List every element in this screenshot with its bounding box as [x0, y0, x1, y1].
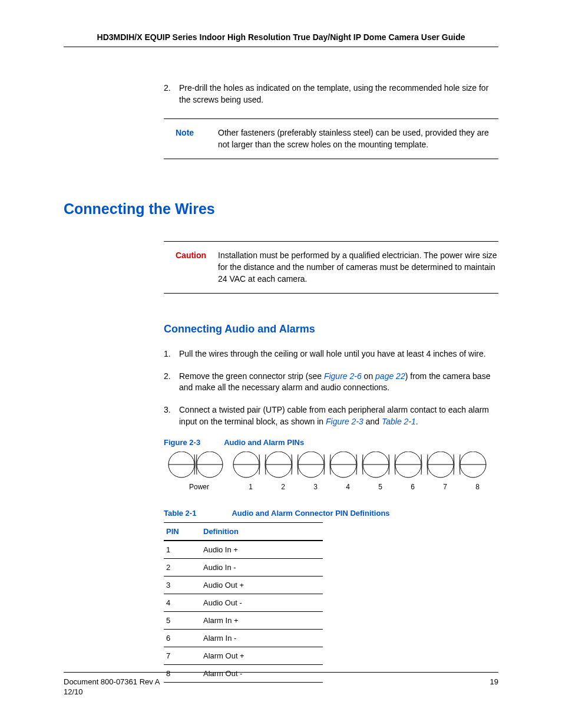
caution-block: Caution Installation must be performed b… — [164, 241, 498, 294]
step-item: 2. Remove the green connector strip (see… — [164, 371, 498, 394]
step-item: 3. Connect a twisted pair (UTP) cable fr… — [164, 404, 498, 427]
table-number: Table 2-1 — [164, 509, 196, 518]
step-number: 1. — [164, 348, 179, 360]
table-row: 1Audio In + — [164, 541, 323, 559]
pin-labels-row: Power 1 2 3 4 5 6 7 8 — [164, 483, 494, 491]
text-run: and — [363, 417, 382, 426]
table-row: 2Audio In - — [164, 559, 323, 577]
cell-pin: 1 — [164, 541, 201, 559]
cell-def: Audio Out - — [201, 594, 323, 612]
step-number: 2. — [164, 83, 179, 106]
text-run: . — [416, 417, 418, 426]
caution-text: Installation must be performed by a qual… — [218, 250, 498, 285]
cell-pin: 2 — [164, 559, 201, 577]
step-text: Pre-drill the holes as indicated on the … — [179, 83, 498, 106]
col-header-pin: PIN — [164, 523, 201, 541]
step-item: 1. Pull the wires through the ceiling or… — [164, 348, 498, 360]
caution-label: Caution — [164, 250, 218, 285]
step-number: 3. — [164, 404, 179, 427]
table-row: 3Audio Out + — [164, 577, 323, 594]
step-number: 2. — [164, 371, 179, 394]
cell-pin: 6 — [164, 630, 201, 647]
note-label: Note — [164, 127, 218, 150]
table-row: 5Alarm In + — [164, 612, 323, 630]
figure-link[interactable]: Figure 2-3 — [326, 417, 363, 426]
page-header: HD3MDIH/X EQUIP Series Indoor High Resol… — [64, 32, 498, 47]
col-header-def: Definition — [201, 523, 323, 541]
footer-page: 19 — [490, 677, 498, 697]
pin-label: 6 — [396, 483, 429, 491]
cell-def: Audio In - — [201, 559, 323, 577]
pin-label: 3 — [299, 483, 332, 491]
page: HD3MDIH/X EQUIP Series Indoor High Resol… — [0, 0, 562, 728]
subsection-heading: Connecting Audio and Alarms — [164, 323, 498, 335]
pin-label: 4 — [332, 483, 364, 491]
cell-def: Audio Out + — [201, 577, 323, 594]
footer-date: 12/10 — [64, 687, 160, 697]
step-item: 2. Pre-drill the holes as indicated on t… — [164, 83, 498, 106]
cell-pin: 4 — [164, 594, 201, 612]
figure-number: Figure 2-3 — [164, 438, 200, 447]
cell-pin: 5 — [164, 612, 201, 630]
power-label: Power — [164, 483, 234, 491]
note-block: Note Other fasteners (preferably stainle… — [164, 118, 498, 159]
pin-label: 8 — [461, 483, 494, 491]
text-run: on — [362, 371, 375, 381]
pin-definitions-table: PIN Definition 1Audio In + 2Audio In - 3… — [164, 522, 323, 683]
footer-doc: Document 800-07361 Rev A — [64, 677, 160, 687]
step-text: Connect a twisted pair (UTP) cable from … — [179, 404, 498, 427]
figure-title: Audio and Alarm PINs — [224, 438, 304, 447]
table-row: 6Alarm In - — [164, 630, 323, 647]
step-text: Remove the green connector strip (see Fi… — [179, 371, 498, 394]
pin-diagram — [164, 452, 494, 478]
cell-def: Alarm In - — [201, 630, 323, 647]
header-rule — [64, 47, 498, 47]
step-text: Pull the wires through the ceiling or wa… — [179, 348, 498, 360]
cell-def: Audio In + — [201, 541, 323, 559]
table-caption: Table 2-1Audio and Alarm Connector PIN D… — [164, 509, 498, 518]
pin-label: 5 — [364, 483, 396, 491]
cell-def: Alarm Out + — [201, 647, 323, 665]
figure-caption: Figure 2-3Audio and Alarm PINs — [164, 438, 498, 447]
page-link[interactable]: page 22 — [375, 371, 405, 381]
cell-pin: 7 — [164, 647, 201, 665]
table-row: 7Alarm Out + — [164, 647, 323, 665]
table-row: 4Audio Out - — [164, 594, 323, 612]
note-text: Other fasteners (preferably stainless st… — [218, 127, 498, 150]
page-footer: Document 800-07361 Rev A 12/10 19 — [64, 672, 498, 697]
cell-def: Alarm In + — [201, 612, 323, 630]
body-content: 2. Pre-drill the holes as indicated on t… — [164, 83, 498, 159]
pin-label: 2 — [267, 483, 299, 491]
table-title: Audio and Alarm Connector PIN Definition… — [232, 509, 389, 518]
pin-label: 7 — [429, 483, 461, 491]
pin-label: 1 — [234, 483, 267, 491]
text-run: Remove the green connector strip (see — [179, 371, 324, 381]
cell-pin: 3 — [164, 577, 201, 594]
section-heading: Connecting the Wires — [64, 200, 498, 218]
figure-link[interactable]: Figure 2-6 — [324, 371, 362, 381]
table-link[interactable]: Table 2-1 — [382, 417, 416, 426]
